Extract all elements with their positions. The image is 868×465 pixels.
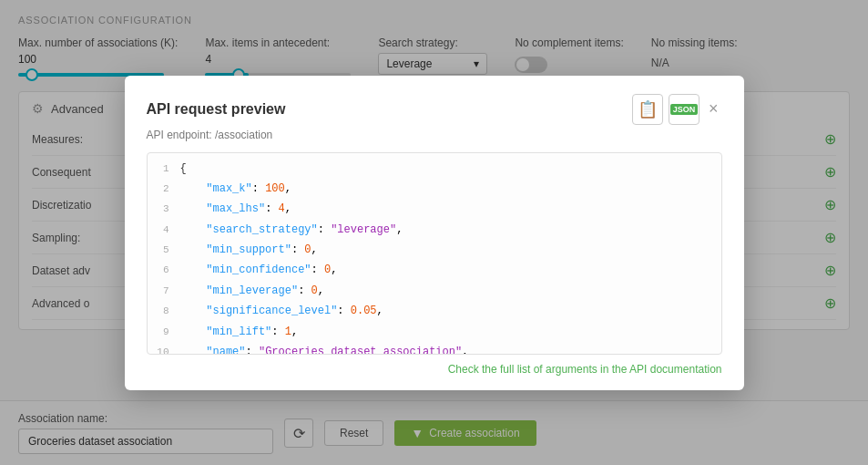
code-line-9: 9 "min_lift": 1, bbox=[148, 322, 721, 342]
modal-footer: Check the full list of arguments in the … bbox=[147, 355, 722, 376]
code-line-10: 10 "name": "Groceries dataset associatio… bbox=[148, 342, 721, 353]
line-content-2: "max_k": 100, bbox=[180, 180, 721, 198]
line-content-3: "max_lhs": 4, bbox=[180, 200, 721, 218]
close-button[interactable]: × bbox=[705, 99, 722, 119]
code-line-6: 6 "min_confidence": 0, bbox=[148, 260, 721, 280]
line-num-3: 3 bbox=[148, 201, 180, 218]
code-scroll[interactable]: 1 { 2 "max_k": 100, 3 "max_lhs": 4, 4 bbox=[148, 153, 721, 354]
modal-title: API request preview bbox=[147, 101, 286, 118]
line-content-4: "search_strategy": "leverage", bbox=[180, 221, 721, 239]
line-content-1: { bbox=[180, 160, 721, 178]
line-num-7: 7 bbox=[148, 283, 180, 300]
line-num-9: 9 bbox=[148, 324, 180, 341]
api-doc-link[interactable]: Check the full list of arguments in the … bbox=[448, 363, 722, 376]
code-line-2: 2 "max_k": 100, bbox=[148, 179, 721, 199]
line-num-4: 4 bbox=[148, 222, 180, 239]
line-content-6: "min_confidence": 0, bbox=[180, 261, 721, 279]
api-preview-modal: API request preview 📋 JSON × API endpoin… bbox=[125, 76, 744, 390]
line-content-7: "min_leverage": 0, bbox=[180, 282, 721, 300]
code-line-8: 8 "significance_level": 0.05, bbox=[148, 301, 721, 321]
modal-header: API request preview 📋 JSON × bbox=[147, 94, 722, 125]
modal-overlay[interactable]: API request preview 📋 JSON × API endpoin… bbox=[0, 0, 868, 465]
line-content-9: "min_lift": 1, bbox=[180, 323, 721, 341]
line-num-8: 8 bbox=[148, 303, 180, 320]
code-line-4: 4 "search_strategy": "leverage", bbox=[148, 220, 721, 240]
copy-button[interactable]: 📋 bbox=[632, 94, 663, 125]
line-num-2: 2 bbox=[148, 181, 180, 198]
modal-icons: 📋 JSON × bbox=[632, 94, 722, 125]
line-num-5: 5 bbox=[148, 242, 180, 259]
line-num-6: 6 bbox=[148, 262, 180, 279]
line-content-5: "min_support": 0, bbox=[180, 241, 721, 259]
line-num-10: 10 bbox=[148, 344, 180, 353]
modal-endpoint: API endpoint: /association bbox=[147, 129, 722, 141]
line-content-10: "name": "Groceries dataset association", bbox=[180, 343, 721, 353]
code-container: 1 { 2 "max_k": 100, 3 "max_lhs": 4, 4 bbox=[147, 152, 722, 355]
code-line-5: 5 "min_support": 0, bbox=[148, 240, 721, 260]
code-line-3: 3 "max_lhs": 4, bbox=[148, 199, 721, 219]
code-line-1: 1 { bbox=[148, 159, 721, 179]
line-num-1: 1 bbox=[148, 160, 180, 178]
clipboard-icon: 📋 bbox=[638, 99, 658, 119]
json-button[interactable]: JSON bbox=[669, 94, 700, 125]
line-content-8: "significance_level": 0.05, bbox=[180, 302, 721, 320]
json-badge: JSON bbox=[670, 104, 699, 115]
code-line-7: 7 "min_leverage": 0, bbox=[148, 281, 721, 301]
